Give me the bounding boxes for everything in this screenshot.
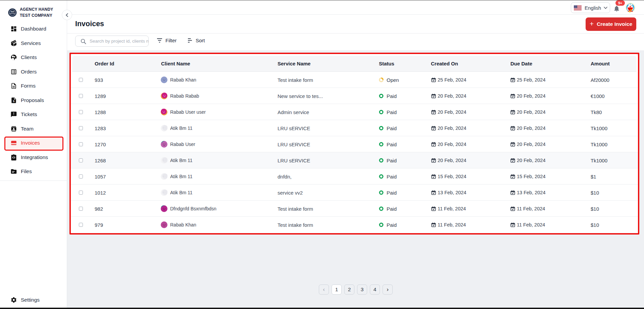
svg-text:TEST: TEST bbox=[10, 11, 14, 13]
svg-text:SERVER: SERVER bbox=[10, 13, 15, 14]
svg-text:$: $ bbox=[13, 99, 15, 102]
